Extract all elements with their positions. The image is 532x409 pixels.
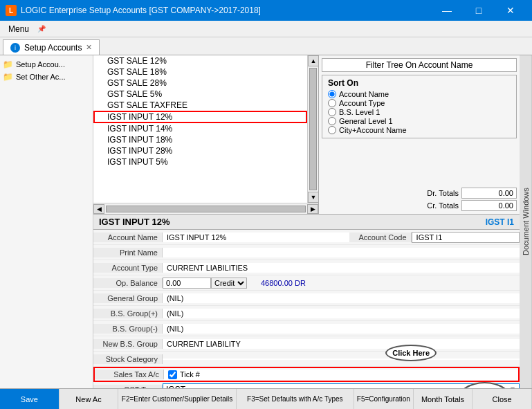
list-scrollbar-vertical[interactable]: ▲ ▼	[307, 55, 318, 203]
detail-section: IGST INPUT 12% IGST I1 Account Name Acco…	[93, 215, 520, 388]
op-balance-label: Op. Balance	[93, 278, 163, 288]
sort-radio-general-level[interactable]	[328, 117, 336, 125]
list-item[interactable]: GST SALE TAXFREE	[93, 100, 307, 111]
account-type-value: CURRENT LIABILITIES	[163, 263, 520, 273]
account-name-label: Account Name	[93, 233, 163, 242]
month-totals-button[interactable]: Month Totals	[414, 389, 473, 409]
gst-type-dropdown[interactable]: IGST ▼ None CGST SGST IGST	[163, 383, 520, 389]
cr-totals-row: Cr. Totals 0.00	[322, 200, 517, 211]
tab-setup-accounts[interactable]: i Setup Accounts ✕	[3, 39, 100, 55]
bs-group-plus-value: (NIL)	[163, 309, 520, 318]
new-bs-group-value: CURRENT LIABILITY	[163, 339, 520, 349]
tab-close-button[interactable]: ✕	[86, 43, 92, 52]
gst-type-row: GST Type IGST ▼ None CGST SGST IGST	[93, 382, 520, 388]
f2-label[interactable]: F2=Enter Customer/Supplier Details	[118, 389, 236, 409]
stock-category-label: Stock Category	[93, 354, 163, 364]
detail-title: IGST INPUT 12%	[99, 217, 170, 227]
list-item[interactable]: IGST INPUT 14%	[93, 123, 307, 134]
detail-code: IGST I1	[486, 217, 514, 227]
sort-option-general-level[interactable]: General Level 1	[328, 117, 511, 125]
sidebar-item-set-other[interactable]: 📁 Set Other Ac...	[0, 71, 93, 83]
general-group-label: General Group	[93, 293, 163, 303]
top-section: GST SALE 12% GST SALE 18% GST SALE 28% G…	[93, 55, 520, 215]
scroll-left-arrow[interactable]: ◀	[93, 204, 104, 214]
account-code-label: Account Code	[349, 233, 412, 242]
minimize-button[interactable]: —	[431, 0, 463, 21]
f3-label[interactable]: F3=Set Defaults with A/c Types	[237, 389, 354, 409]
right-panel: Filter Tree On Account Name Sort On Acco…	[319, 55, 520, 214]
new-bs-group-label: New B.S. Group	[93, 339, 163, 349]
tab-icon: i	[10, 43, 20, 53]
stock-category-value	[163, 358, 520, 360]
list-item[interactable]: GST SALE 12%	[93, 55, 307, 66]
menu-pin: 📌	[35, 25, 48, 33]
menu-bar: Menu 📌	[0, 21, 532, 37]
op-balance-row: Op. Balance Credit Debit 46800.00 DR	[93, 275, 520, 291]
gst-type-field[interactable]: IGST ▼	[163, 383, 520, 389]
list-item[interactable]: GST SALE 18%	[93, 66, 307, 78]
sort-label-bs-level: B.S. Level 1	[339, 108, 380, 116]
list-item[interactable]: IGST INPUT 5%	[93, 156, 307, 167]
maximize-button[interactable]: □	[463, 0, 495, 21]
scroll-down-arrow[interactable]: ▼	[308, 192, 318, 203]
account-type-label: Account Type	[93, 263, 163, 273]
account-list-scroll[interactable]: GST SALE 12% GST SALE 18% GST SALE 28% G…	[93, 55, 307, 203]
list-item[interactable]: GST SALE 28%	[93, 78, 307, 89]
sidebar-label-setup: Setup Accou...	[16, 60, 65, 69]
f5-label[interactable]: F5=Configuration	[354, 389, 414, 409]
sort-title: Sort On	[328, 78, 511, 88]
dr-totals-row: Dr. Totals 0.00	[322, 188, 517, 199]
tick-label: Tick #	[180, 370, 200, 379]
list-scrollbar-horizontal[interactable]: ◀ ▶	[93, 203, 318, 214]
sales-tax-checkbox[interactable]	[168, 370, 177, 379]
filter-tree-button[interactable]: Filter Tree On Account Name	[322, 58, 517, 72]
close-button[interactable]: Close	[473, 389, 532, 409]
sort-option-city-account[interactable]: City+Account Name	[328, 126, 511, 134]
print-name-input[interactable]	[163, 248, 520, 257]
sort-label-account-type: Account Type	[339, 99, 385, 107]
close-title-button[interactable]: ✕	[495, 0, 526, 21]
sort-radio-account-name[interactable]	[328, 90, 336, 98]
scroll-thumb[interactable]	[309, 68, 317, 190]
sales-tax-row: Sales Tax A/c Tick #	[93, 367, 520, 382]
sort-radio-account-type[interactable]	[328, 99, 336, 107]
sort-option-account-name[interactable]: Account Name	[328, 90, 511, 98]
tab-bar: i Setup Accounts ✕	[0, 37, 532, 55]
new-bs-group-row: New B.S. Group CURRENT LIABILITY	[93, 336, 520, 352]
folder-icon-2: 📁	[3, 72, 13, 82]
list-item-igst-input-12[interactable]: IGST INPUT 12%	[93, 111, 307, 123]
gst-type-arrow-icon: ▼	[509, 385, 516, 388]
account-code-input[interactable]	[412, 232, 520, 243]
account-list: GST SALE 12% GST SALE 18% GST SALE 28% G…	[93, 55, 319, 214]
sort-option-account-type[interactable]: Account Type	[328, 99, 511, 107]
scroll-right-arrow[interactable]: ▶	[307, 204, 318, 214]
sort-group: Sort On Account Name Account Type B.S. L…	[322, 75, 517, 138]
cr-totals-value: 0.00	[461, 200, 517, 211]
op-balance-input[interactable]	[163, 278, 211, 289]
menu-item-menu[interactable]: Menu	[3, 23, 35, 35]
new-ac-button[interactable]: New Ac	[59, 389, 119, 409]
bs-group-minus-label: B.S. Group(-)	[93, 324, 163, 334]
content-area: GST SALE 12% GST SALE 18% GST SALE 28% G…	[93, 55, 520, 388]
save-button[interactable]: Save	[0, 389, 59, 409]
sort-radio-city-account[interactable]	[328, 126, 336, 134]
scroll-up-arrow[interactable]: ▲	[308, 55, 318, 66]
status-bar: Save New Ac F2=Enter Customer/Supplier D…	[0, 388, 532, 409]
gst-type-selected-value: IGST	[166, 385, 185, 389]
cr-totals-label: Cr. Totals	[414, 201, 459, 210]
print-name-row: Print Name	[93, 245, 520, 260]
gst-type-label: GST Type	[93, 385, 163, 389]
document-windows-tab[interactable]: Document Windows	[520, 55, 532, 388]
general-group-value: (NIL)	[163, 293, 520, 303]
sort-option-bs-level[interactable]: B.S. Level 1	[328, 108, 511, 116]
folder-icon: 📁	[3, 60, 13, 69]
list-item[interactable]: GST SALE 5%	[93, 89, 307, 100]
h-scroll-thumb[interactable]	[106, 206, 306, 212]
sidebar-item-setup-accounts[interactable]: 📁 Setup Accou...	[0, 58, 93, 71]
sort-radio-bs-level[interactable]	[328, 108, 336, 116]
list-item[interactable]: IGST INPUT 18%	[93, 134, 307, 145]
op-balance-mode-select[interactable]: Credit Debit	[211, 278, 247, 289]
account-name-input[interactable]	[163, 233, 349, 242]
stock-category-row: Stock Category Click Here	[93, 352, 520, 367]
list-item[interactable]: IGST INPUT 28%	[93, 145, 307, 156]
